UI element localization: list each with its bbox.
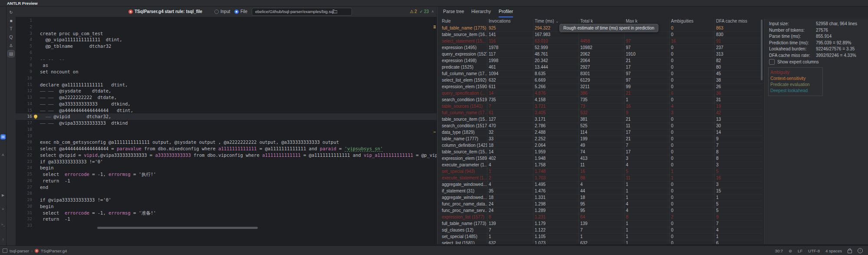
tab-hierarchy[interactable]: Hierarchy — [471, 9, 491, 17]
code-line[interactable]: 27end — [16, 184, 437, 191]
indent-style[interactable]: 4 spaces — [825, 248, 842, 253]
profiler-row[interactable]: table_sources (1541)73.7217316419 — [440, 103, 762, 110]
profiler-row[interactable]: aggregate_windowed...181.33118101 — [440, 195, 762, 201]
code-line[interactable]: 6 — [16, 50, 437, 56]
terminal-stripe-icon[interactable]: >_ — [0, 222, 6, 227]
profiler-row[interactable]: predicate (1525)46113.444292717080 — [440, 64, 762, 71]
code-line[interactable]: 20exec nb_com_getsysconfig @a11111111111… — [16, 139, 437, 146]
profiler-view-icon[interactable]: ▤ — [8, 50, 14, 57]
file-encoding[interactable]: UTF-8 — [808, 248, 820, 253]
code-line[interactable]: 7-- -- -- — [16, 56, 437, 63]
profiler-row[interactable]: expression (1495)197852.99910982970237 — [440, 45, 762, 51]
prev-problem-chevron-icon[interactable]: ∧ — [431, 10, 434, 13]
file-radio[interactable] — [234, 10, 239, 14]
code-line[interactable]: 28 — [16, 190, 437, 197]
browse-folder-icon[interactable] — [332, 10, 337, 13]
breadcrumb-project[interactable]: tsql-parser — [10, 248, 29, 253]
code-line[interactable]: 10 — [16, 75, 437, 82]
vertical-scrollbar-thumb[interactable] — [761, 20, 763, 80]
profiler-row[interactable]: full_column_name (17...613.4055329342 — [440, 110, 762, 116]
code-line[interactable]: 9set nocount on — [16, 69, 437, 75]
profiler-row[interactable]: execute_statement (1...21.7038811116 — [440, 175, 762, 182]
profiler-row[interactable]: func_proc_name_data...241.29895405 — [440, 201, 762, 208]
profiler-row[interactable]: table_name (1777)332.2521992109 — [440, 136, 762, 142]
code-line[interactable]: 4 @p_vipa1111111111111 dtint, — [16, 36, 437, 43]
profiler-row[interactable]: select_list (1581)6321.073632106 — [440, 240, 762, 244]
col-header-total-k[interactable]: Total k — [580, 19, 624, 23]
checkbox-icon[interactable] — [769, 59, 775, 65]
antlr-preview-stripe-icon[interactable]: ▤ — [0, 134, 6, 139]
services-stripe-icon[interactable]: ≡ — [0, 207, 6, 212]
scrollbar-warning-mark[interactable] — [434, 27, 436, 28]
inspections-widget[interactable]: ⚠2 ✓23 ∧ ∨ — [410, 8, 439, 15]
show-expert-columns-checkbox[interactable]: Show expert columns — [769, 59, 819, 65]
code-line[interactable]: 17—— —— @vipa333333333333 dtkind — [16, 120, 437, 126]
code-line[interactable]: 18 — [16, 126, 437, 133]
code-line[interactable]: 23if @a333333333333 !='0' — [16, 159, 437, 165]
code-line[interactable]: 30begin — [16, 203, 437, 210]
code-line[interactable]: 31 select errorcode = -1, errormsg = '准备… — [16, 210, 437, 216]
profiler-row[interactable]: expression_elem (1590)6115.266321199026 — [440, 84, 762, 90]
refresh-icon[interactable]: ↻ — [8, 9, 14, 16]
input-radio[interactable] — [214, 10, 219, 14]
notifications-stripe-icon[interactable]: A — [0, 152, 6, 158]
profiler-row[interactable]: search_condition (1517)4702.78652511030 — [440, 123, 762, 129]
profiler-row[interactable]: set_special (943)11.74816515 — [440, 169, 762, 175]
profiler-row[interactable]: query_expression (1527)11748.76120621910… — [440, 51, 762, 58]
project-window-icon[interactable] — [3, 248, 7, 253]
run-stripe-icon[interactable]: ▶ — [0, 193, 6, 198]
col-header-time[interactable]: Time (ms) ⌄ — [535, 19, 578, 23]
col-header-max-k[interactable]: Max k — [626, 19, 668, 23]
code-line[interactable]: 1 — [16, 17, 437, 24]
scrollbar-warning-mark[interactable] — [434, 132, 436, 132]
code-line[interactable]: 21select @a4444444444444444 = paravalue … — [16, 146, 437, 152]
code-line[interactable]: 26 return -1 — [16, 178, 437, 184]
profiler-row[interactable]: full_column_name (17...10948.63583019704… — [440, 71, 762, 77]
profiler-row[interactable]: if_statement (31)351.476441015 — [440, 188, 762, 195]
code-line[interactable]: 22select @vipid = vipid,@vipa33333333333… — [16, 152, 437, 159]
code-line[interactable]: 24begin — [16, 165, 437, 171]
col-header-ambiguities[interactable]: Ambiguities — [671, 19, 713, 23]
profiler-row[interactable]: select_statement (15...11663.01044589716… — [440, 38, 762, 45]
stop-icon[interactable]: ■ — [8, 17, 14, 24]
breadcrumb-file[interactable]: TSqlParser.g4 — [41, 248, 67, 253]
code-line[interactable]: 5 @p_tblname dtchar32 — [16, 43, 437, 50]
code-line[interactable]: 19 — [16, 133, 437, 139]
info-icon[interactable]: ! — [858, 248, 863, 253]
profiler-row[interactable]: expression_list (1577)81.23164829 — [440, 214, 762, 221]
profiler-row[interactable]: table_source_item (15...141.959741708 — [440, 149, 762, 156]
problems-stripe-icon[interactable]: ! — [0, 237, 6, 242]
profiler-row[interactable]: data_type (1829)322.48811417014 — [440, 129, 762, 136]
code-line[interactable]: 29if @vipa333333333333 !='0' — [16, 197, 437, 203]
profiler-row[interactable]: table_source_item (16...141167.9830830 — [440, 32, 762, 38]
caret-position[interactable]: 30:7 — [775, 248, 783, 253]
readonly-icon[interactable]: ⊘ — [789, 248, 792, 253]
code-line[interactable]: 12—— —— @sysdate dtdate, — [16, 88, 437, 94]
code-line[interactable]: 25 select errorcode = -1, errormsg = '执行… — [16, 171, 437, 178]
code-line[interactable]: 32 return -1 — [16, 216, 437, 222]
code-line[interactable]: 13—— —— @a2222222222 dtdate, — [16, 94, 437, 101]
file-radio-label[interactable]: File — [240, 9, 247, 14]
line-separator[interactable]: LF — [798, 248, 802, 253]
tab-parse-tree[interactable]: Parse tree — [443, 9, 464, 17]
col-header-dfa-cache-miss[interactable]: DFA cache miss — [716, 19, 760, 23]
code-line[interactable]: 2 — [16, 24, 437, 30]
profiler-row[interactable]: func_proc_name_serv...241.28995405 — [440, 208, 762, 214]
intention-bulb-icon[interactable] — [34, 115, 37, 118]
profiler-row[interactable]: column_definition (1421)182.06449707 — [440, 142, 762, 149]
profiler-row[interactable]: sql_clauses (12)71.1227104 — [440, 227, 762, 234]
input-radio-label[interactable]: Input — [220, 9, 230, 14]
code-line[interactable]: 11declare @a1111111111111 dtint, — [16, 82, 437, 88]
horizontal-scrollbar-thumb[interactable] — [97, 227, 258, 229]
profiler-row[interactable]: expression_elem (1589)4021.948413308 — [440, 156, 762, 162]
code-line[interactable]: 3create proc up_com_test — [16, 30, 437, 37]
scrollbar-warning-mark[interactable] — [434, 26, 436, 26]
profiler-row[interactable]: table_source_item (15...1273.17138121013 — [440, 116, 762, 123]
profiler-row[interactable]: execute_parameter (1...41.75811403 — [440, 162, 762, 169]
lock-icon[interactable] — [848, 250, 852, 253]
profiler-row[interactable]: search_condition (1519)7354.1587351031 — [440, 97, 762, 103]
tab-profiler[interactable]: Profiler — [499, 9, 513, 17]
profiler-row[interactable]: expression (1498)199820.342206421082 — [440, 58, 762, 64]
search-icon[interactable]: Q — [8, 34, 14, 40]
profiler-row[interactable]: full_table_name (1773)1391.179139107 — [440, 221, 762, 227]
